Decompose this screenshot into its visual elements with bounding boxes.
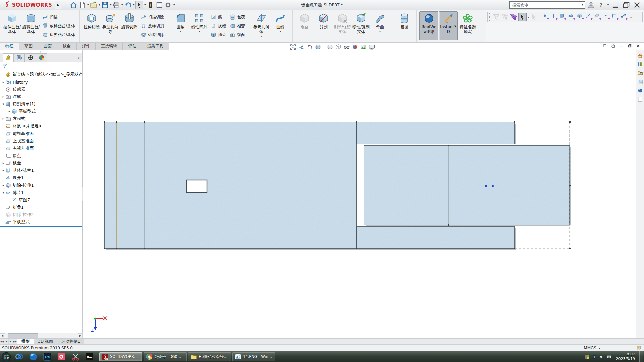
scroll-right-icon[interactable]: ▶ (78, 333, 83, 338)
print-button[interactable] (112, 1, 120, 9)
window-minimize-icon[interactable] (619, 44, 624, 48)
ribbon-small-button[interactable]: 筋 (209, 13, 228, 21)
view-palette-icon[interactable] (637, 79, 643, 85)
command-tab[interactable]: 特征 (0, 43, 19, 50)
ribbon-small-button[interactable]: 边界凸台/基体 (41, 31, 77, 38)
display-manager-tab[interactable] (36, 53, 47, 62)
filter-active-icon[interactable] (510, 13, 518, 21)
close-button[interactable] (633, 2, 641, 8)
command-tab[interactable]: 渲染工具 (142, 43, 169, 50)
tree-item[interactable]: ▸ 钣金 (0, 159, 82, 167)
section-view-icon[interactable] (314, 43, 322, 51)
resources-home-icon[interactable] (637, 53, 643, 58)
tree-root-item[interactable]: 钣金练习题 (默认<<默认>_显示状态 1 (0, 71, 82, 78)
ribbon-button[interactable]: 弯曲▾ (370, 11, 389, 40)
configuration-manager-tab[interactable] (25, 53, 36, 62)
command-tab[interactable]: 直接编辑 (96, 43, 123, 50)
tree-item[interactable]: 平板型式 (0, 218, 82, 226)
expander-icon[interactable]: ▸ (1, 161, 5, 165)
ribbon-small-button[interactable]: 镜向 (228, 31, 246, 38)
restore-button[interactable] (622, 2, 631, 8)
search-input[interactable] (512, 3, 579, 7)
command-tab[interactable]: 焊件 (77, 43, 96, 50)
ribbon-button[interactable]: 异型孔向导 (101, 11, 120, 40)
ribbon-small-button[interactable]: 放样凸台/基体 (41, 22, 77, 30)
rebuild-button[interactable] (147, 1, 155, 9)
tree-item[interactable]: ▸ 平板型式 (0, 108, 82, 115)
ribbon-button[interactable]: 圆角▾ (171, 11, 190, 40)
command-search-box[interactable]: ▾ (509, 1, 585, 9)
red-app-icon[interactable] (54, 352, 68, 361)
tree-item[interactable]: 上视基准面 (0, 137, 82, 145)
filter-connectors-icon[interactable] (620, 13, 628, 21)
expander-icon[interactable]: ▾ (1, 191, 5, 194)
tree-item[interactable]: ▸ A 注解 (0, 93, 82, 100)
tab-scroll-right-icon[interactable]: ▶ (9, 339, 13, 344)
ribbon-toggle-button[interactable]: Instant3D (439, 11, 458, 40)
tree-item[interactable]: 展开1 (0, 174, 82, 182)
ribbon-button[interactable]: 分割 (314, 11, 333, 40)
ribbon-small-button[interactable]: 扫描切除 (139, 13, 165, 21)
expander-icon[interactable]: ▸ (1, 95, 5, 98)
rectangular-cutout[interactable] (187, 180, 207, 192)
black-app-icon[interactable]: 8o< (83, 352, 97, 361)
taskbar-window-button[interactable]: 2019 SOLIDWORKS P... (99, 352, 142, 361)
command-tab[interactable]: 钣金 (57, 43, 77, 50)
view-orientation-icon[interactable] (326, 43, 334, 51)
window-close-icon[interactable] (636, 44, 641, 48)
dock-window-icon[interactable] (602, 44, 607, 48)
expander-icon[interactable]: ▸ (1, 169, 5, 172)
window-restore-icon[interactable] (627, 44, 632, 48)
apply-scene-icon[interactable] (360, 43, 367, 51)
show-desktop-button[interactable] (639, 351, 643, 362)
filter-toggle-icon[interactable] (492, 13, 500, 21)
new-caret[interactable]: ▾ (87, 3, 89, 6)
tree-item[interactable]: ▾ 薄片1 (0, 189, 82, 196)
select-cursor-caret[interactable]: ▾ (528, 16, 529, 19)
open-caret[interactable]: ▾ (99, 3, 100, 6)
photoshop-icon[interactable]: Ps (40, 352, 54, 361)
lasso-cursor-icon[interactable] (530, 13, 538, 21)
filter-points-icon[interactable] (603, 13, 611, 21)
model-tab[interactable]: 模型 (17, 339, 34, 344)
ribbon-button[interactable]: 删除/保留实体 (333, 11, 352, 40)
tree-horizontal-scrollbar[interactable]: ◀ ▶ (0, 333, 83, 338)
help-button[interactable]: ? (597, 1, 605, 9)
ribbon-button[interactable]: 移动/复制实体▾ (352, 11, 370, 40)
tray-ime-icon[interactable] (607, 354, 612, 359)
hide-show-items-icon[interactable] (343, 43, 350, 51)
open-button[interactable] (90, 1, 98, 9)
expander-icon[interactable]: ▸ (1, 117, 5, 120)
ribbon-small-button[interactable]: 边界切除 (139, 31, 165, 38)
scrollbar-thumb[interactable] (8, 333, 38, 338)
panel-collapse-handle[interactable]: ○ (0, 50, 82, 53)
flyout-arrow-icon[interactable]: ▶ (55, 1, 61, 9)
tree-item[interactable]: ▸ Σ 方程式 (0, 115, 82, 122)
save-button[interactable] (101, 1, 109, 9)
ribbon-button[interactable]: 特征名翻译宏 (458, 11, 477, 40)
tree-item[interactable]: 原点 (0, 152, 82, 159)
undo-button[interactable] (124, 1, 132, 9)
file-explorer-icon[interactable] (637, 70, 643, 76)
ribbon-button[interactable]: 线性阵列▾ (190, 11, 209, 40)
zoom-area-icon[interactable] (298, 43, 305, 51)
tray-volume-icon[interactable] (599, 354, 604, 359)
options-button[interactable] (164, 1, 172, 9)
zoom-fit-icon[interactable] (289, 43, 297, 51)
feature-manager-tab[interactable] (3, 53, 14, 62)
new-file-button[interactable] (78, 1, 86, 9)
ribbon-button[interactable]: 组合 (295, 11, 314, 40)
select-cursor-button[interactable] (518, 13, 527, 21)
tree-item[interactable]: 传感器 (0, 86, 82, 93)
filter-surfaces-icon[interactable] (568, 13, 576, 21)
file-properties-button[interactable] (155, 1, 163, 9)
expander-icon[interactable]: ▸ (7, 110, 11, 113)
search-caret[interactable]: ▾ (582, 3, 583, 6)
ribbon-button[interactable]: 包覆 (395, 11, 414, 40)
graphics-area[interactable]: Z (83, 50, 636, 338)
ribbon-button[interactable]: 参考几何体▾ (252, 11, 271, 40)
taskbar-window-button[interactable]: 公众号 - 360极速... (144, 352, 187, 361)
units-selector[interactable]: MMGS▴ (584, 346, 600, 350)
command-tab[interactable]: 评估 (123, 43, 142, 50)
filter-planes-icon[interactable] (594, 13, 602, 21)
